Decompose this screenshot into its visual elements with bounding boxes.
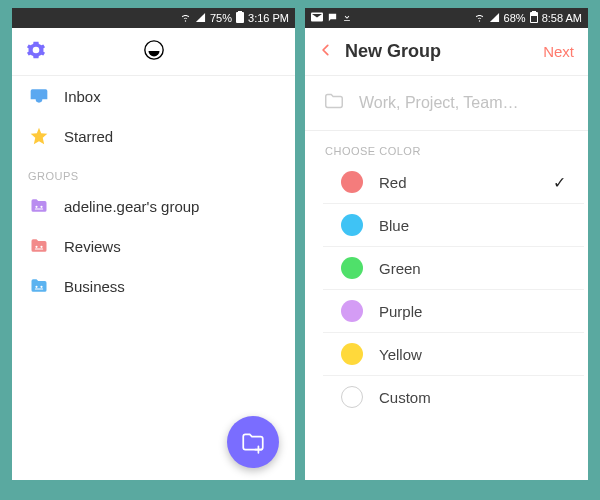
color-option-blue[interactable]: Blue xyxy=(323,204,584,247)
swatch-icon xyxy=(341,214,363,236)
svg-point-3 xyxy=(35,206,37,208)
color-option-custom[interactable]: Custom xyxy=(323,376,584,418)
clock: 8:58 AM xyxy=(542,12,582,24)
svg-rect-8 xyxy=(35,249,43,250)
back-icon[interactable] xyxy=(319,41,333,63)
battery-icon xyxy=(530,11,538,25)
color-option-yellow[interactable]: Yellow xyxy=(323,333,584,376)
app-toolbar xyxy=(12,28,295,76)
svg-point-7 xyxy=(40,246,42,248)
svg-rect-0 xyxy=(236,12,244,23)
battery-icon xyxy=(236,11,244,25)
input-placeholder: Work, Project, Team… xyxy=(359,94,518,112)
color-option-red[interactable]: Red ✓ xyxy=(323,161,584,204)
swatch-icon xyxy=(341,171,363,193)
folder-icon xyxy=(28,236,50,256)
signal-icon xyxy=(195,12,206,25)
svg-point-6 xyxy=(35,246,37,248)
color-label: Red xyxy=(379,174,407,191)
wifi-icon xyxy=(180,12,191,25)
color-option-green[interactable]: Green xyxy=(323,247,584,290)
status-bar: 75% 3:16 PM xyxy=(12,8,295,28)
swatch-icon xyxy=(341,300,363,322)
battery-percent: 68% xyxy=(504,12,526,24)
color-label: Blue xyxy=(379,217,409,234)
group-item[interactable]: adeline.gear's group xyxy=(12,186,295,226)
screen-home: 75% 3:16 PM Inbox Starred GROUPS xyxy=(12,8,295,480)
wifi-icon xyxy=(474,12,485,25)
group-label: Reviews xyxy=(64,238,121,255)
battery-percent: 75% xyxy=(210,12,232,24)
signal-icon xyxy=(489,12,500,25)
group-item[interactable]: Reviews xyxy=(12,226,295,266)
inbox-icon xyxy=(28,86,50,106)
color-label: Custom xyxy=(379,389,431,406)
page-title: New Group xyxy=(345,41,441,62)
star-icon xyxy=(28,126,50,146)
color-label: Green xyxy=(379,260,421,277)
settings-icon[interactable] xyxy=(26,40,46,64)
chat-icon xyxy=(327,12,338,25)
group-item[interactable]: Business xyxy=(12,266,295,306)
svg-point-10 xyxy=(40,286,42,288)
group-label: Business xyxy=(64,278,125,295)
color-option-purple[interactable]: Purple xyxy=(323,290,584,333)
choose-color-label: CHOOSE COLOR xyxy=(305,131,588,161)
swatch-icon xyxy=(341,343,363,365)
svg-rect-15 xyxy=(531,16,537,22)
svg-rect-5 xyxy=(35,209,43,210)
nav-starred-label: Starred xyxy=(64,128,113,145)
group-label: adeline.gear's group xyxy=(64,198,199,215)
svg-rect-11 xyxy=(35,289,43,290)
svg-point-4 xyxy=(40,206,42,208)
clock: 3:16 PM xyxy=(248,12,289,24)
nav-inbox-label: Inbox xyxy=(64,88,101,105)
screen-new-group: 68% 8:58 AM New Group Next Work, Project… xyxy=(305,8,588,480)
nav-inbox[interactable]: Inbox xyxy=(12,76,295,116)
svg-rect-1 xyxy=(238,11,242,13)
app-logo-icon xyxy=(143,39,165,65)
swatch-icon xyxy=(341,257,363,279)
nav-starred[interactable]: Starred xyxy=(12,116,295,156)
add-group-fab[interactable] xyxy=(227,416,279,468)
status-bar: 68% 8:58 AM xyxy=(305,8,588,28)
folder-icon xyxy=(28,276,50,296)
group-name-input[interactable]: Work, Project, Team… xyxy=(305,76,588,131)
mail-icon xyxy=(311,12,323,24)
svg-rect-14 xyxy=(532,11,536,13)
check-icon: ✓ xyxy=(553,173,566,192)
swatch-icon xyxy=(341,386,363,408)
folder-icon xyxy=(28,196,50,216)
color-label: Purple xyxy=(379,303,422,320)
download-icon xyxy=(342,12,352,25)
next-button[interactable]: Next xyxy=(543,43,574,60)
groups-header: GROUPS xyxy=(12,156,295,186)
folder-outline-icon xyxy=(323,90,345,116)
newgroup-header: New Group Next xyxy=(305,28,588,76)
svg-point-9 xyxy=(35,286,37,288)
color-label: Yellow xyxy=(379,346,422,363)
color-list: Red ✓ Blue Green Purple Yellow Custom xyxy=(305,161,588,418)
